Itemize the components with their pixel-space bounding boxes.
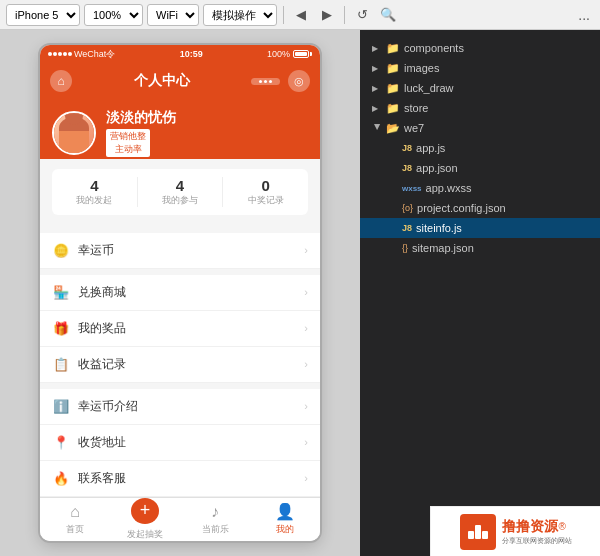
watermark-reg: ® [559, 521, 566, 532]
tree-item-store[interactable]: ▶ 📁 store [360, 98, 600, 118]
dot-3 [269, 80, 272, 83]
tree-name-store: store [404, 102, 428, 114]
phone-statusbar: WeChat令 10:59 100% [40, 45, 320, 63]
tree-item-siteinfo-js[interactable]: J8 siteinfo.js [360, 218, 600, 238]
avatar-head [65, 111, 83, 125]
avatar-inner [54, 113, 94, 153]
watermark-title-row: 撸撸资源 ® [502, 518, 572, 536]
bar-1 [468, 531, 474, 539]
zoom-select[interactable]: 100% [84, 4, 143, 26]
tree-name-images: images [404, 62, 439, 74]
tag-line1: 营销他整 [110, 131, 146, 141]
menu-item-3[interactable]: 📋 收益记录 › [40, 347, 320, 383]
signal-dot-2 [53, 52, 57, 56]
tree-item-sitemap-json[interactable]: {} sitemap.json [360, 238, 600, 258]
tree-name-components: components [404, 42, 464, 54]
json-icon-app-json: J8 [402, 163, 412, 173]
mode-select[interactable]: 模拟操作 [203, 4, 277, 26]
main-area: WeChat令 10:59 100% ⌂ 个人中心 [0, 30, 600, 556]
tree-item-app-wxss[interactable]: wxss app.wxss [360, 178, 600, 198]
tree-arrow-luck-draw: ▶ [372, 84, 382, 93]
tab-add[interactable]: + 发起抽奖 [110, 498, 180, 541]
search-button[interactable]: 🔍 [377, 4, 399, 26]
next-button[interactable]: ▶ [316, 4, 338, 26]
menu-icon-0: 🪙 [52, 241, 70, 259]
menu-arrow-0: › [304, 244, 308, 256]
avatar [52, 111, 96, 155]
watermark-title: 撸撸资源 [502, 518, 558, 536]
tab-add-btn[interactable]: + [131, 498, 159, 524]
stat-num-1: 4 [176, 177, 184, 194]
watermark-logo-inner [468, 525, 488, 539]
home-icon[interactable]: ⌂ [50, 70, 72, 92]
folder-icon-store: 📁 [386, 102, 400, 115]
statusbar-left: WeChat令 [48, 48, 115, 61]
signal-dot-3 [58, 52, 62, 56]
menu-list: 🪙 幸运币 › 🏪 兑换商城 › 🎁 我的奖品 › 📋 收益记录 [40, 227, 320, 497]
device-select[interactable]: iPhone 5 [6, 4, 80, 26]
tree-arrow-images: ▶ [372, 64, 382, 73]
menu-icon-6: 🔥 [52, 469, 70, 487]
tree-item-app-json[interactable]: J8 app.json [360, 158, 600, 178]
tree-arrow-we7: ▶ [373, 123, 382, 133]
tab-music[interactable]: ♪ 当前乐 [180, 498, 250, 541]
network-select[interactable]: WiFi [147, 4, 199, 26]
prev-button[interactable]: ◀ [290, 4, 312, 26]
stat-label-0: 我的发起 [76, 194, 112, 207]
folder-icon-components: 📁 [386, 42, 400, 55]
profile-section: 淡淡的忧伤 营销他整 主动率 4 我的发起 4 我的参与 [40, 99, 320, 226]
navbar-more-btn[interactable] [251, 78, 280, 85]
menu-item-0[interactable]: 🪙 幸运币 › [40, 233, 320, 269]
menu-arrow-2: › [304, 322, 308, 334]
tree-item-we7[interactable]: ▶ 📂 we7 [360, 118, 600, 138]
config-icon-project: {o} [402, 203, 413, 213]
phone-frame: WeChat令 10:59 100% ⌂ 个人中心 [40, 45, 320, 540]
more-button[interactable]: ... [574, 7, 594, 23]
menu-text-6: 联系客服 [78, 470, 304, 487]
tree-name-siteinfo-js: siteinfo.js [416, 222, 462, 234]
watermark-logo [460, 514, 496, 550]
menu-icon-4: ℹ️ [52, 397, 70, 415]
tree-item-images[interactable]: ▶ 📁 images [360, 58, 600, 78]
tree-item-project-config[interactable]: {o} project.config.json [360, 198, 600, 218]
profile-tag: 营销他整 主动率 [106, 129, 150, 156]
tree-name-app-js: app.js [416, 142, 445, 154]
menu-item-2[interactable]: 🎁 我的奖品 › [40, 311, 320, 347]
menu-icon-5: 📍 [52, 433, 70, 451]
tree-item-app-js[interactable]: J8 app.js [360, 138, 600, 158]
dot-1 [259, 80, 262, 83]
battery-body [293, 50, 309, 58]
toolbar: iPhone 5 100% WiFi 模拟操作 ◀ ▶ ↺ 🔍 ... [0, 0, 600, 30]
battery-percent: 100% [267, 49, 290, 59]
stat-num-0: 4 [90, 177, 98, 194]
menu-item-6[interactable]: 🔥 联系客服 › [40, 461, 320, 497]
statusbar-time: 10:59 [180, 49, 203, 59]
avatar-figure [59, 117, 89, 153]
tab-mine[interactable]: 👤 我的 [250, 498, 320, 541]
tab-home-label: 首页 [66, 523, 84, 536]
menu-icon-1: 🏪 [52, 283, 70, 301]
refresh-button[interactable]: ↺ [351, 4, 373, 26]
menu-text-1: 兑换商城 [78, 284, 304, 301]
menu-text-0: 幸运币 [78, 242, 304, 259]
tree-item-components[interactable]: ▶ 📁 components [360, 38, 600, 58]
tab-home[interactable]: ⌂ 首页 [40, 498, 110, 541]
menu-icon-3: 📋 [52, 355, 70, 373]
tree-item-luck-draw[interactable]: ▶ 📁 luck_draw [360, 78, 600, 98]
json-icon-sitemap: {} [402, 243, 408, 253]
bar-2 [475, 525, 481, 539]
menu-item-5[interactable]: 📍 收货地址 › [40, 425, 320, 461]
menu-item-4[interactable]: ℹ️ 幸运币介绍 › [40, 389, 320, 425]
signal-dot-1 [48, 52, 52, 56]
signal-dots [48, 52, 72, 56]
folder-icon-we7: 📂 [386, 122, 400, 135]
tab-music-icon: ♪ [211, 503, 219, 521]
stat-label-2: 中奖记录 [248, 194, 284, 207]
scan-icon[interactable]: ◎ [288, 70, 310, 92]
stat-item-1: 4 我的参与 [138, 177, 224, 207]
menu-text-3: 收益记录 [78, 356, 304, 373]
menu-item-1[interactable]: 🏪 兑换商城 › [40, 275, 320, 311]
dot-2 [264, 80, 267, 83]
menu-arrow-6: › [304, 472, 308, 484]
menu-arrow-3: › [304, 358, 308, 370]
